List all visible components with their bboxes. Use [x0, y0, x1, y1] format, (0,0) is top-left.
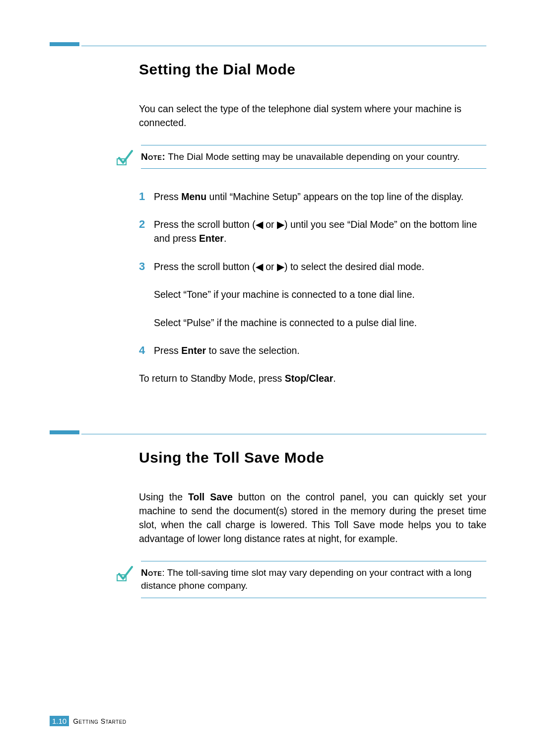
step-3: 3 Press the scroll button (◀ or ▶) to se…: [139, 260, 486, 274]
intro-text: You can select the type of the telephone…: [139, 102, 486, 130]
section-toll-save: Using the Toll Save Mode Using the Toll …: [50, 430, 486, 598]
note-text: : The toll-saving time slot may vary dep…: [141, 567, 471, 591]
text-fragment: .: [333, 373, 335, 384]
note-label: Note: [141, 567, 162, 578]
step-text: Press the scroll button (◀ or ▶) until y…: [154, 217, 486, 246]
rule-thin: [81, 46, 486, 46]
heading-toll-save: Using the Toll Save Mode: [139, 449, 486, 466]
rule-thin: [81, 434, 486, 434]
page-number-badge: 1.10: [50, 716, 69, 726]
step-text: Press Menu until “Machine Setup” appears…: [154, 190, 486, 204]
text-bold: Stop/Clear: [285, 373, 334, 384]
heading-rule: [50, 430, 486, 434]
note-box-dial: Note: The Dial Mode setting may be unava…: [114, 145, 486, 170]
step-number: 1: [139, 190, 154, 204]
step-list-2: 4 Press Enter to save the selection.: [139, 344, 486, 358]
text-fragment: until “Machine Setup” appears on the top…: [206, 191, 464, 202]
step-2: 2 Press the scroll button (◀ or ▶) until…: [139, 217, 486, 246]
rule-thick: [50, 430, 79, 434]
intro-text-toll: Using the Toll Save button on the contro…: [139, 490, 486, 546]
heading-rule: [50, 42, 486, 46]
step-number: 4: [139, 344, 154, 358]
note-label: Note:: [141, 151, 165, 162]
text-fragment: .: [224, 233, 226, 244]
step-number: 2: [139, 217, 154, 232]
document-page: Setting the Dial Mode You can select the…: [0, 0, 536, 673]
step-4: 4 Press Enter to save the selection.: [139, 344, 486, 358]
step-list: 1 Press Menu until “Machine Setup” appea…: [139, 190, 486, 274]
step-number: 3: [139, 260, 154, 274]
text-fragment: To return to Standby Mode, press: [139, 373, 285, 384]
step-1: 1 Press Menu until “Machine Setup” appea…: [139, 190, 486, 204]
note-text: The Dial Mode setting may be unavailable…: [165, 151, 460, 162]
text-bold: Enter: [181, 345, 206, 356]
note-content: Note: The Dial Mode setting may be unava…: [141, 145, 486, 169]
page-number: 1.10: [52, 717, 67, 725]
heading-dial-mode: Setting the Dial Mode: [139, 61, 486, 78]
return-text: To return to Standby Mode, press Stop/Cl…: [139, 371, 486, 385]
step-3-sub1: Select “Tone” if your machine is connect…: [154, 287, 486, 301]
checkmark-icon: [114, 148, 134, 170]
text-bold: Menu: [181, 191, 206, 202]
text-fragment: Press: [154, 191, 181, 202]
step-3-sub2: Select “Pulse” if the machine is connect…: [154, 316, 486, 330]
page-footer: 1.10 Getting Started: [50, 716, 127, 726]
text-fragment: Press: [154, 345, 181, 356]
footer-label: Getting Started: [73, 717, 126, 725]
rule-thick: [50, 42, 79, 46]
text-bold: Enter: [199, 233, 224, 244]
step-text: Press Enter to save the selection.: [154, 344, 486, 357]
checkmark-icon: [114, 564, 134, 586]
note-content: Note: The toll-saving time slot may vary…: [141, 561, 486, 598]
text-bold: Toll Save: [188, 491, 233, 502]
text-fragment: Using the: [139, 491, 188, 502]
step-text: Press the scroll button (◀ or ▶) to sele…: [154, 260, 486, 274]
note-box-toll: Note: The toll-saving time slot may vary…: [114, 561, 486, 598]
section-dial-mode: Setting the Dial Mode You can select the…: [50, 42, 486, 386]
text-fragment: to save the selection.: [206, 345, 300, 356]
